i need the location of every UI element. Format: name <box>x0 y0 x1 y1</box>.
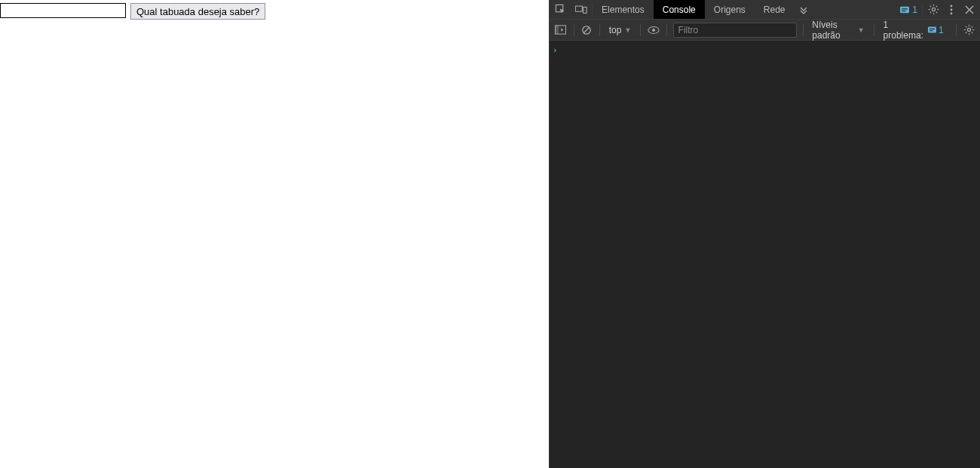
svg-line-36 <box>966 32 966 33</box>
devtools-panel: Elementos Console Origens Rede 1 <box>549 0 980 468</box>
tabuada-input[interactable] <box>0 3 126 18</box>
console-prompt-input[interactable] <box>562 44 977 56</box>
execution-context-label: top <box>609 25 622 35</box>
divider <box>803 24 804 36</box>
console-settings-gear-icon[interactable] <box>962 22 975 38</box>
tabuada-button[interactable]: Qual tabuada deseja saber? <box>130 3 265 20</box>
divider <box>640 24 641 36</box>
close-devtools-icon[interactable] <box>959 0 980 19</box>
log-levels-label: Níveis padrão <box>812 20 855 41</box>
problems-label: 1 problema: <box>884 20 923 41</box>
svg-point-16 <box>951 8 953 11</box>
chevron-down-icon: ▼ <box>624 26 631 34</box>
tab-network[interactable]: Rede <box>755 0 795 19</box>
divider <box>666 24 667 36</box>
page-form: Qual tabuada deseja saber? <box>0 0 549 20</box>
tab-sources[interactable]: Origens <box>705 0 755 19</box>
console-prompt-line: › <box>553 43 977 57</box>
svg-line-34 <box>966 26 966 27</box>
svg-rect-1 <box>576 6 583 11</box>
kebab-menu-icon[interactable] <box>944 0 959 19</box>
inspect-element-icon[interactable] <box>550 0 571 19</box>
execution-context-dropdown[interactable]: top ▼ <box>606 25 635 35</box>
divider <box>599 24 600 36</box>
svg-point-6 <box>932 8 935 11</box>
prompt-caret-icon: › <box>553 45 558 55</box>
settings-gear-icon[interactable] <box>923 0 944 19</box>
svg-rect-21 <box>556 26 559 34</box>
svg-line-23 <box>584 27 590 32</box>
console-filter-input[interactable] <box>673 23 797 38</box>
svg-line-37 <box>972 26 972 27</box>
svg-point-17 <box>951 12 953 14</box>
svg-rect-26 <box>928 27 936 33</box>
tab-console[interactable]: Console <box>654 0 705 19</box>
clear-console-icon[interactable] <box>580 22 593 38</box>
page-panel: Qual tabuada deseja saber? <box>0 0 549 468</box>
live-expression-icon[interactable] <box>647 22 660 38</box>
devtools-tabbar: Elementos Console Origens Rede 1 <box>550 0 980 20</box>
divider <box>574 24 574 36</box>
svg-line-13 <box>929 12 930 13</box>
svg-rect-3 <box>900 6 909 13</box>
svg-point-25 <box>652 29 655 32</box>
svg-line-35 <box>972 32 972 33</box>
svg-point-15 <box>951 5 953 7</box>
log-levels-dropdown[interactable]: Níveis padrão ▼ <box>809 20 867 41</box>
console-output[interactable]: › <box>550 41 980 468</box>
device-toolbar-icon[interactable] <box>571 0 592 19</box>
svg-line-14 <box>936 6 936 7</box>
issues-count: 1 <box>912 5 917 15</box>
console-toolbar: top ▼ Níveis padrão ▼ 1 problema: <box>550 20 980 41</box>
svg-rect-28 <box>929 30 933 31</box>
divider <box>874 24 874 36</box>
svg-point-29 <box>967 28 970 31</box>
chevron-down-icon: ▼ <box>858 26 865 34</box>
tab-elements[interactable]: Elementos <box>593 0 654 19</box>
svg-line-11 <box>929 6 930 7</box>
more-tabs-icon[interactable] <box>795 0 813 19</box>
svg-rect-5 <box>902 10 905 11</box>
problems-pill[interactable]: 1 problema: 1 <box>880 20 947 41</box>
svg-rect-4 <box>902 8 908 9</box>
problems-count: 1 <box>939 25 944 35</box>
divider <box>956 24 957 36</box>
issues-pill[interactable]: 1 <box>895 0 922 19</box>
svg-line-12 <box>936 12 936 13</box>
svg-rect-27 <box>929 29 935 29</box>
console-sidebar-toggle-icon[interactable] <box>554 22 568 38</box>
svg-rect-2 <box>583 7 586 13</box>
